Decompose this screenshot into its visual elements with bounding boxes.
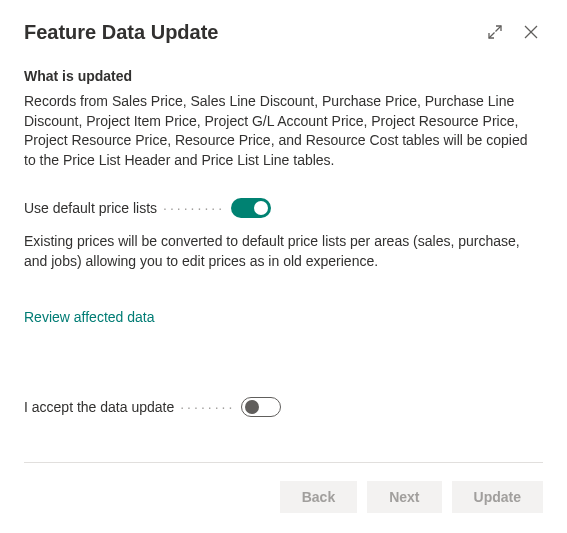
expand-icon[interactable]: [483, 20, 507, 44]
helper-text: Existing prices will be converted to def…: [24, 232, 543, 271]
next-button[interactable]: Next: [367, 481, 441, 513]
footer-divider: [24, 462, 543, 463]
dialog-title: Feature Data Update: [24, 21, 219, 44]
use-default-toggle-row: Use default price lists ·········: [24, 198, 543, 218]
review-link[interactable]: Review affected data: [24, 309, 155, 325]
back-button[interactable]: Back: [280, 481, 357, 513]
accept-toggle-row: I accept the data update ········: [24, 397, 543, 417]
dialog-footer: Back Next Update: [24, 462, 543, 513]
accept-label: I accept the data update: [24, 399, 174, 415]
dots-separator: ········: [180, 399, 235, 415]
footer-buttons: Back Next Update: [24, 481, 543, 513]
description-text: Records from Sales Price, Sales Line Dis…: [24, 92, 543, 170]
header-icons: [483, 20, 543, 44]
accept-toggle[interactable]: [241, 397, 281, 417]
close-icon[interactable]: [519, 20, 543, 44]
dots-separator: ·········: [163, 200, 225, 216]
use-default-toggle[interactable]: [231, 198, 271, 218]
section-heading: What is updated: [24, 68, 543, 84]
update-button[interactable]: Update: [452, 481, 543, 513]
use-default-label: Use default price lists: [24, 200, 157, 216]
